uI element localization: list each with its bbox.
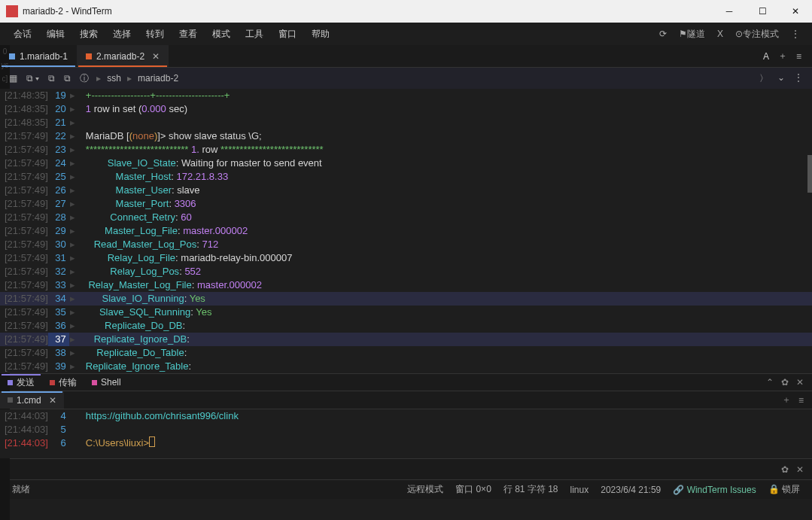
blank-panel: ✿ ✕: [0, 458, 812, 479]
cmd-icon: [8, 397, 13, 403]
subtab-add-icon[interactable]: ＋: [778, 394, 795, 406]
sync-icon[interactable]: ⟳: [653, 29, 673, 39]
terminal-line: [21:57:49]38▸ Replicate_Do_Table:: [0, 346, 812, 360]
app-logo-icon: [6, 5, 18, 17]
tab-indicator-icon: [9, 53, 15, 59]
menu-mode[interactable]: 模式: [205, 28, 238, 41]
newtab1-icon[interactable]: ⧉ ▾: [22, 73, 44, 84]
subtab-cmd[interactable]: 1.cmd ✕: [0, 391, 64, 409]
panel-gear-icon[interactable]: ✿: [777, 377, 792, 388]
kebab-icon[interactable]: ⋮: [789, 72, 807, 85]
square-icon: [50, 380, 55, 385]
chevron-right-icon: ▸: [124, 73, 135, 84]
maximize-button[interactable]: ☐: [746, 0, 779, 23]
menu-search[interactable]: 搜索: [72, 28, 105, 41]
terminal-line: [21:57:49]23▸***************************…: [0, 143, 812, 157]
chevron-down-icon[interactable]: ⌄: [773, 72, 789, 85]
tab-mariadb-1[interactable]: 1.mariadb-1: [0, 45, 77, 67]
panel-tab-send[interactable]: 发送: [0, 374, 42, 391]
statusbar: 就绪 远程模式 窗口 0×0 行 81 字符 18 linux 2023/6/4…: [0, 479, 812, 499]
newtab2-icon[interactable]: ⧉: [44, 73, 59, 84]
tab-mariadb-2[interactable]: 2.mariadb-2 ✕: [77, 45, 169, 67]
x-button[interactable]: X: [711, 29, 729, 39]
shell-line: [21:44:03]6 C:\Users\liuxi>: [0, 436, 812, 450]
status-os[interactable]: linux: [564, 485, 595, 495]
terminal-line: [21:57:49]37▸ Replicate_Ignore_DB:: [0, 333, 812, 346]
breadcrumb-host[interactable]: mariadb-2: [135, 73, 181, 84]
chevron-right-icon: ▸: [93, 73, 104, 84]
subtab-close-icon[interactable]: ✕: [49, 395, 56, 406]
square-icon: [92, 380, 97, 385]
close-button[interactable]: ✕: [779, 0, 812, 23]
status-window[interactable]: 窗口 0×0: [449, 483, 497, 496]
info-icon[interactable]: ⓘ: [75, 72, 93, 85]
terminal-line: [21:57:49]39▸Replicate_Ignore_Table:: [0, 360, 812, 373]
tab-close-icon[interactable]: ✕: [152, 51, 160, 62]
terminal-line: [21:57:49]30▸ Read_Master_Log_Pos: 712: [0, 238, 812, 251]
menu-session[interactable]: 会话: [6, 28, 39, 41]
tab-label: 2.mariadb-2: [96, 51, 144, 62]
panel-collapse-icon[interactable]: ⌃: [762, 377, 777, 388]
nav-next-icon[interactable]: 〉: [755, 72, 773, 85]
terminal-line: [21:48:35]21▸: [0, 116, 812, 129]
terminal-line: [21:57:49]36▸ Replicate_Do_DB:: [0, 319, 812, 333]
terminal-main[interactable]: [21:48:35]19▸+------------------+-------…: [0, 89, 812, 373]
terminal-line: [21:57:49]35▸ Slave_SQL_Running: Yes: [0, 306, 812, 319]
menu-view[interactable]: 查看: [172, 28, 205, 41]
status-lock[interactable]: 🔒 锁屏: [762, 483, 806, 496]
focus-mode-button[interactable]: ⊙ 专注模式: [729, 28, 785, 41]
shell-line: [21:44:03]4 https://github.com/chrisant9…: [0, 409, 812, 423]
bottom-panel-tabs: 发送 传输 Shell ⌃ ✿ ✕: [0, 373, 812, 391]
menu-tools[interactable]: 工具: [238, 28, 271, 41]
menu-edit[interactable]: 编辑: [39, 28, 72, 41]
add-tab-icon[interactable]: ＋: [774, 50, 792, 62]
tab-underline: [78, 65, 167, 67]
terminal-line: [21:57:49]32▸ Relay_Log_Pos: 552: [0, 265, 812, 278]
menubar: 会话 编辑 搜索 选择 转到 查看 模式 工具 窗口 帮助 ⟳ ⚑ 隧道 X ⊙…: [0, 23, 812, 45]
terminal-line: [21:57:49]34▸ Slave_IO_Running: Yes: [0, 292, 812, 306]
tab-label: 1.mariadb-1: [20, 51, 68, 62]
menu-goto[interactable]: 转到: [138, 28, 172, 41]
tab-indicator-icon: [86, 53, 92, 59]
terminal-shell[interactable]: [21:44:03]4 https://github.com/chrisant9…: [0, 409, 812, 458]
terminal-line: [21:57:49]24▸ Slave_IO_State: Waiting fo…: [0, 157, 812, 170]
titlebar: mariadb-2 - WindTerm ─ ☐ ✕: [0, 0, 812, 23]
panel2-close-icon[interactable]: ✕: [792, 464, 807, 475]
tunnel-button[interactable]: ⚑ 隧道: [673, 28, 711, 41]
panel-tab-shell[interactable]: Shell: [84, 374, 129, 391]
terminal-line: [21:57:49]22▸MariaDB [(none)]> show slav…: [0, 129, 812, 143]
terminal-line: [21:57:49]28▸ Connect_Retry: 60: [0, 211, 812, 224]
status-remote[interactable]: 远程模式: [401, 483, 449, 496]
minimize-button[interactable]: ─: [713, 0, 746, 23]
terminal-line: [21:57:49]29▸ Master_Log_File: master.00…: [0, 224, 812, 238]
status-cursor[interactable]: 行 81 字符 18: [497, 483, 564, 496]
font-size-icon[interactable]: A: [759, 51, 774, 62]
status-issues[interactable]: 🔗 WindTerm Issues: [667, 485, 762, 495]
menu-select[interactable]: 选择: [105, 28, 138, 41]
shell-line: [21:44:03]5: [0, 423, 812, 436]
square-icon: [8, 380, 13, 385]
newtab3-icon[interactable]: ⧉: [59, 73, 75, 84]
cursor: [149, 436, 155, 447]
breadcrumb-ssh[interactable]: ssh: [104, 73, 124, 84]
tabs-menu-icon[interactable]: ≡: [792, 51, 806, 62]
menu-window[interactable]: 窗口: [271, 28, 304, 41]
panel-tab-transfer[interactable]: 传输: [42, 374, 84, 391]
terminal-line: [21:57:49]26▸ Master_User: slave: [0, 184, 812, 197]
menu-help[interactable]: 帮助: [304, 28, 337, 41]
panel2-gear-icon[interactable]: ✿: [777, 464, 792, 475]
terminal-line: [21:48:35]20▸1 row in set (0.000 sec): [0, 102, 812, 116]
more-icon[interactable]: ⋮: [785, 29, 806, 39]
window-title: mariadb-2 - WindTerm: [23, 6, 713, 17]
subtab-menu-icon[interactable]: ≡: [795, 395, 807, 406]
status-datetime: 2023/6/4 21:59: [595, 485, 667, 495]
session-tabs: 1.mariadb-1 2.mariadb-2 ✕ A ＋ ≡: [0, 45, 812, 68]
scrollbar-thumb[interactable]: [807, 155, 812, 193]
terminal-line: [21:48:35]19▸+------------------+-------…: [0, 89, 812, 102]
terminal-line: [21:57:49]33▸ Relay_Master_Log_File: mas…: [0, 278, 812, 292]
tab-underline: [2, 65, 75, 67]
terminal-line: [21:57:49]31▸ Relay_Log_File: mariadb-re…: [0, 251, 812, 265]
panel-close-icon[interactable]: ✕: [792, 377, 807, 388]
terminal-line: [21:57:49]25▸ Master_Host: 172.21.8.33: [0, 170, 812, 184]
terminal-line: [21:57:49]27▸ Master_Port: 3306: [0, 197, 812, 211]
